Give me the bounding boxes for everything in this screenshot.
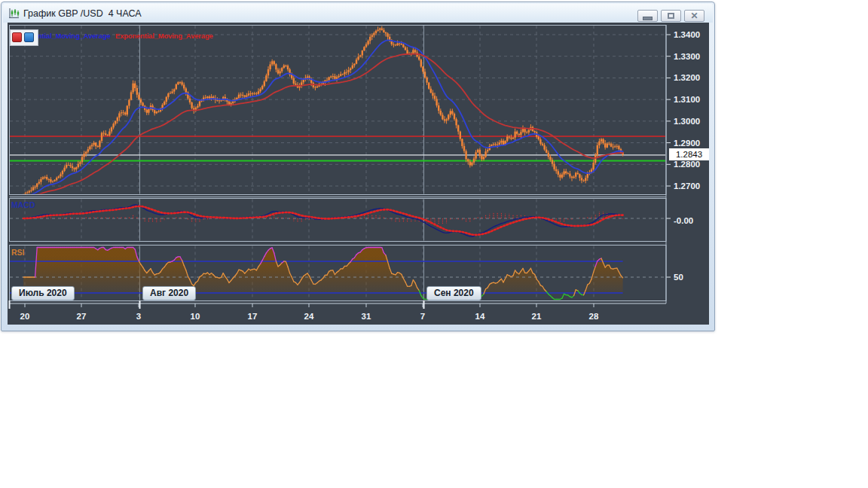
close-button[interactable]: ✕ bbox=[684, 10, 704, 22]
svg-text:1.3100: 1.3100 bbox=[674, 95, 700, 104]
current-price-badge: 1.2843 bbox=[669, 148, 709, 160]
window-titlebar[interactable]: График GBP /USD 4 ЧАСА ✕ bbox=[3, 4, 713, 23]
desktop: График GBP /USD 4 ЧАСА ✕ 1.34001.33001.3… bbox=[0, 0, 868, 488]
svg-text:3: 3 bbox=[136, 312, 141, 321]
svg-text:24: 24 bbox=[304, 312, 314, 321]
svg-text:31: 31 bbox=[362, 312, 371, 321]
red-series-button[interactable] bbox=[12, 32, 22, 42]
svg-text:28: 28 bbox=[589, 312, 599, 321]
rsi-layer bbox=[10, 248, 665, 300]
svg-text:1.3200: 1.3200 bbox=[674, 73, 700, 82]
svg-text:1.2800: 1.2800 bbox=[674, 160, 700, 169]
macd-panel-label: MACD bbox=[11, 200, 35, 209]
svg-text:-0.00: -0.00 bbox=[674, 216, 693, 225]
legend-buttons bbox=[10, 29, 38, 46]
svg-text:20: 20 bbox=[20, 312, 30, 321]
window-title: График GBP /USD 4 ЧАСА bbox=[23, 8, 142, 19]
svg-text:50: 50 bbox=[674, 273, 683, 282]
minimize-icon bbox=[638, 11, 657, 21]
macd-layer bbox=[10, 205, 665, 236]
minimize-button[interactable] bbox=[637, 10, 658, 22]
rsi-panel-label: RSI bbox=[11, 248, 25, 257]
svg-text:17: 17 bbox=[248, 312, 258, 321]
month-label-july: Июль 2020 bbox=[11, 286, 75, 300]
candles-layer bbox=[23, 26, 624, 200]
svg-text:10: 10 bbox=[191, 312, 200, 321]
svg-text:1.3000: 1.3000 bbox=[674, 117, 700, 126]
svg-text:1.3300: 1.3300 bbox=[674, 52, 700, 61]
hlines-layer bbox=[10, 136, 665, 160]
restore-button[interactable] bbox=[661, 10, 681, 22]
month-label-august: Авг 2020 bbox=[142, 286, 196, 300]
svg-text:14: 14 bbox=[475, 312, 485, 321]
blue-series-button[interactable] bbox=[24, 32, 34, 42]
month-label-september: Сен 2020 bbox=[426, 286, 481, 300]
legend-ma-slow-label: Exponential_Moving_Average bbox=[115, 32, 213, 40]
close-icon: ✕ bbox=[685, 11, 704, 21]
chart-canvas[interactable]: 1.34001.33001.32001.31001.30001.29001.28… bbox=[8, 23, 710, 325]
svg-text:1.3400: 1.3400 bbox=[674, 30, 700, 39]
svg-text:1.2900: 1.2900 bbox=[674, 139, 700, 148]
svg-text:21: 21 bbox=[532, 312, 542, 321]
svg-text:27: 27 bbox=[77, 312, 87, 321]
svg-text:7: 7 bbox=[420, 312, 425, 321]
restore-icon bbox=[662, 11, 680, 21]
candlestick-chart-icon bbox=[8, 8, 20, 20]
svg-text:1.2700: 1.2700 bbox=[674, 181, 700, 191]
